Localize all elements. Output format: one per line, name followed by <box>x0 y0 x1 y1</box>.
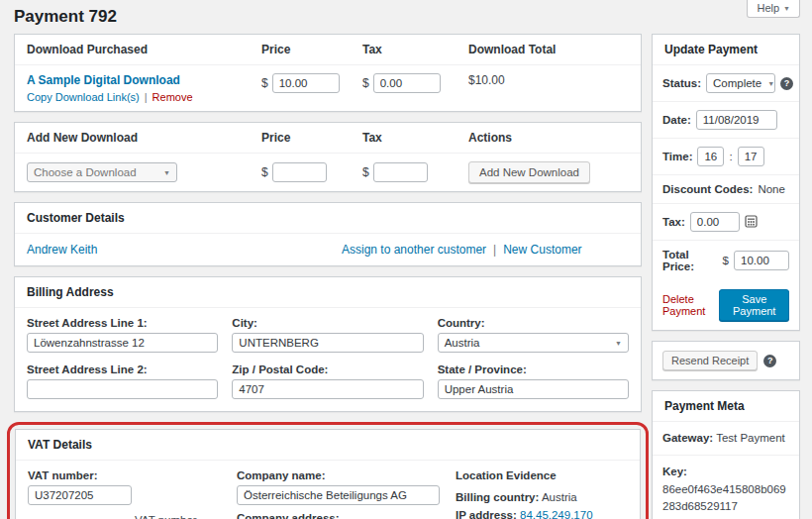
city-input[interactable] <box>232 333 423 353</box>
minute-input[interactable] <box>738 147 764 166</box>
page-title: Payment 792 <box>14 7 117 27</box>
col-download-purchased: Download Purchased <box>27 43 250 56</box>
download-tax-input[interactable] <box>373 73 441 93</box>
choose-download-select[interactable]: Choose a Download ▼ <box>27 162 177 182</box>
total-price-input[interactable] <box>734 251 789 270</box>
tax-label: Tax: <box>662 216 685 228</box>
download-purchased-panel: Download Purchased Price Tax Download To… <box>14 34 642 112</box>
download-title-link[interactable]: A Sample Digital Download <box>27 73 180 87</box>
currency-symbol: $ <box>261 165 268 179</box>
discount-codes-label: Discount Codes: <box>662 183 753 195</box>
country-value: Austria <box>445 337 480 349</box>
new-customer-link[interactable]: New Customer <box>503 243 581 257</box>
resend-receipt-panel: Resend Receipt ? <box>652 341 800 380</box>
remove-download-link[interactable]: Remove <box>152 91 193 103</box>
download-price-input[interactable] <box>272 73 340 93</box>
copy-download-link[interactable]: Copy Download Link(s) <box>27 91 140 103</box>
chevron-down-icon: ▼ <box>615 340 622 347</box>
add-new-download-panel: Add New Download Price Tax Actions Choos… <box>14 122 642 192</box>
resend-help-icon[interactable]: ? <box>763 355 776 367</box>
status-label: Status: <box>662 77 701 89</box>
zip-input[interactable] <box>232 379 423 399</box>
key-label: Key: <box>662 466 687 477</box>
customer-name-link[interactable]: Andrew Keith <box>27 243 97 257</box>
update-payment-title: Update Payment <box>653 35 799 65</box>
street2-input[interactable] <box>27 379 218 399</box>
customer-details-title: Customer Details <box>15 203 641 234</box>
vat-fields: VAT number: VAT number valid VAT reverse… <box>16 461 640 519</box>
chevron-down-icon: ▼ <box>783 5 790 12</box>
customer-details-panel: Customer Details Andrew Keith Assign to … <box>14 202 642 266</box>
state-input[interactable] <box>438 379 629 399</box>
col-price: Price <box>261 43 351 56</box>
col-actions: Actions <box>468 131 629 145</box>
time-label: Time: <box>662 151 692 162</box>
save-payment-button[interactable]: Save Payment <box>719 289 789 321</box>
status-select[interactable]: Complete ▼ <box>706 73 775 93</box>
status-help-icon[interactable]: ? <box>780 77 793 90</box>
help-button[interactable]: Help ▼ <box>747 0 800 18</box>
billing-address-panel: Billing Address Street Address Line 1: C… <box>14 276 642 412</box>
state-label: State / Province: <box>438 363 629 375</box>
add-download-row: Choose a Download ▼ $ $ Add New Download <box>15 154 641 191</box>
col-download-total: Download Total <box>468 43 629 56</box>
download-row: A Sample Digital Download Copy Download … <box>15 65 641 111</box>
chevron-down-icon: ▼ <box>163 169 170 176</box>
red-annotation-box: VAT Details VAT number: VAT number valid <box>7 422 649 519</box>
country-select[interactable]: Austria ▼ <box>438 333 629 353</box>
vat-details-title: VAT Details <box>16 430 640 461</box>
time-colon: : <box>729 151 732 162</box>
status-value: Complete <box>713 77 761 89</box>
currency-symbol: $ <box>723 255 729 266</box>
city-label: City: <box>232 317 423 329</box>
vat-valid-label: VAT number valid <box>135 514 221 519</box>
calculator-icon[interactable] <box>745 215 758 230</box>
vat-number-input[interactable] <box>28 485 132 505</box>
vat-number-label: VAT number: <box>28 469 221 481</box>
delete-payment-link[interactable]: Delete Payment <box>662 293 719 317</box>
gateway-value: Test Payment <box>716 432 785 444</box>
company-name-input[interactable] <box>237 485 440 505</box>
new-download-tax-input[interactable] <box>373 162 428 182</box>
download-total-value: $10.00 <box>468 73 629 87</box>
currency-symbol: $ <box>261 76 268 90</box>
country-label: Country: <box>438 317 629 329</box>
update-payment-panel: Update Payment Status: Complete ▼ ? Date… <box>652 34 800 331</box>
gateway-label: Gateway: <box>662 432 713 444</box>
date-input[interactable] <box>696 110 777 130</box>
sidebar: Update Payment Status: Complete ▼ ? Date… <box>652 34 800 519</box>
col-tax: Tax <box>362 131 457 145</box>
billing-fields: Street Address Line 1: City: Country: Au… <box>15 308 641 411</box>
hour-input[interactable] <box>697 147 724 166</box>
help-label: Help <box>757 2 779 14</box>
chevron-down-icon: ▼ <box>767 80 774 87</box>
company-name-label: Company name: <box>237 469 440 481</box>
company-address-label: Company address: <box>237 512 440 519</box>
col-tax: Tax <box>362 43 457 56</box>
zip-label: Zip / Postal Code: <box>232 363 423 375</box>
billing-address-title: Billing Address <box>15 277 641 308</box>
ip-address-label: IP address: <box>456 509 517 519</box>
location-evidence-title: Location Evidence <box>456 469 628 481</box>
add-new-download-button[interactable]: Add New Download <box>468 161 590 183</box>
ip-address-link[interactable]: 84.45.249.170 <box>520 509 593 519</box>
col-add-new-download: Add New Download <box>27 131 250 145</box>
payment-meta-panel: Payment Meta Gateway: Test Payment Key: … <box>652 390 800 519</box>
payment-meta-title: Payment Meta <box>653 391 799 422</box>
billing-country-value: Austria <box>542 491 577 503</box>
download-purchased-header: Download Purchased Price Tax Download To… <box>15 35 641 65</box>
col-price: Price <box>261 131 351 145</box>
assign-customer-link[interactable]: Assign to another customer <box>342 243 486 257</box>
tax-input[interactable] <box>690 212 740 232</box>
currency-symbol: $ <box>362 165 369 179</box>
choose-download-value: Choose a Download <box>34 166 137 178</box>
resend-receipt-button[interactable]: Resend Receipt <box>662 351 758 370</box>
street1-input[interactable] <box>27 333 218 353</box>
new-download-price-input[interactable] <box>272 162 327 182</box>
pipe-separator: | <box>493 243 496 257</box>
street2-label: Street Address Line 2: <box>27 363 218 375</box>
pipe-separator: | <box>145 91 148 103</box>
date-label: Date: <box>662 114 691 126</box>
add-download-header: Add New Download Price Tax Actions <box>15 123 641 154</box>
customer-row: Andrew Keith Assign to another customer … <box>15 234 641 265</box>
